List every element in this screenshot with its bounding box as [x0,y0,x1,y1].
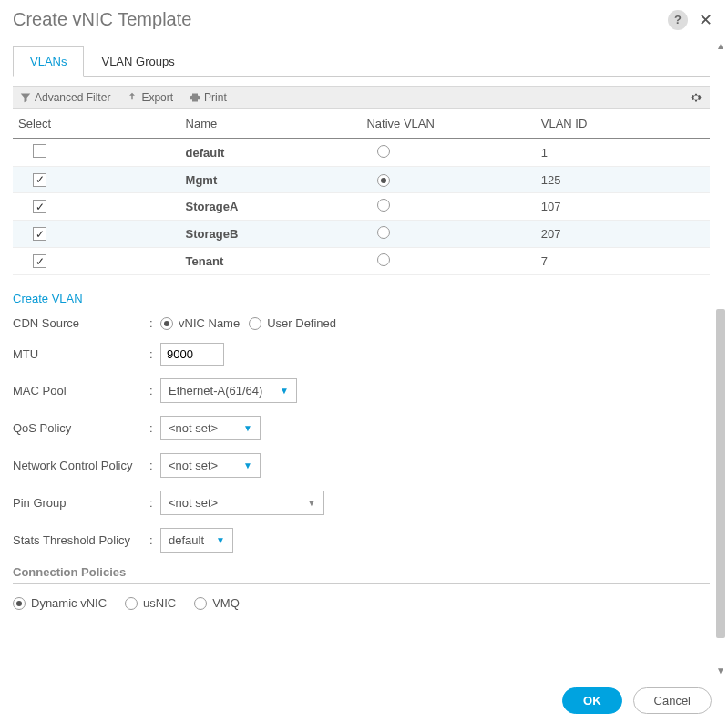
chevron-down-icon: ▼ [216,535,225,545]
radio-icon [194,597,207,610]
conn-usnic-radio[interactable]: usNIC [125,596,176,610]
scroll-track[interactable] [713,53,728,663]
gear-icon[interactable] [690,91,702,104]
qos-label: QoS Policy [13,421,149,435]
select-checkbox[interactable] [33,254,46,268]
vlan-id: 7 [536,248,710,275]
conn-vmq-radio[interactable]: VMQ [194,596,240,610]
help-icon[interactable]: ? [668,10,688,30]
radio-icon [160,317,173,330]
table-row: Tenant7 [13,248,710,275]
close-icon[interactable]: ✕ [695,10,715,30]
netctrl-select[interactable]: <not set> ▼ [160,453,261,478]
chevron-down-icon: ▼ [307,498,316,508]
native-vlan-radio[interactable] [377,199,390,212]
chevron-down-icon: ▼ [243,423,252,433]
vlan-id: 107 [536,193,710,221]
tab-vlans[interactable]: VLANs [13,46,84,77]
scroll-up-icon[interactable]: ▲ [713,38,728,53]
radio-icon [249,317,261,330]
scrollbar[interactable]: ▲ ▼ [713,38,728,677]
cancel-button[interactable]: Cancel [633,687,712,714]
filter-icon [20,92,31,103]
conn-dynamic-radio[interactable]: Dynamic vNIC [13,596,107,610]
table-row: StorageB207 [13,221,710,248]
conn-vmq-label: VMQ [212,596,240,610]
vlan-name: Tenant [180,248,362,275]
mac-pool-label: MAC Pool [13,384,149,398]
conn-usnic-label: usNIC [143,596,176,610]
print-icon [190,92,200,103]
col-select[interactable]: Select [13,109,180,139]
select-checkbox[interactable] [33,144,46,158]
stats-select[interactable]: default ▼ [160,528,233,553]
table-row: Mgmt125 [13,167,710,193]
export-icon [127,92,138,103]
table-row: StorageA107 [13,193,710,221]
pingroup-select[interactable]: <not set> ▼ [160,491,324,515]
cdn-vnicname-radio[interactable]: vNIC Name [160,316,240,330]
radio-icon [13,597,26,610]
qos-select[interactable]: <not set> ▼ [160,416,261,440]
pingroup-label: Pin Group [13,496,149,510]
native-vlan-radio[interactable] [377,253,390,266]
select-checkbox[interactable] [33,173,46,187]
mtu-input[interactable] [160,343,224,366]
export-button[interactable]: Export [127,91,173,104]
radio-icon [125,597,138,610]
col-name[interactable]: Name [180,109,362,139]
create-vlan-link[interactable]: Create VLAN [13,292,83,305]
scroll-thumb[interactable] [716,309,725,638]
stats-value: default [169,533,204,547]
mac-pool-value: Ethernet-A(61/64) [169,384,262,398]
table-toolbar: Advanced Filter Export Print [13,86,710,109]
ok-button[interactable]: OK [562,687,622,714]
vlan-id: 207 [536,221,710,248]
pingroup-value: <not set> [169,496,218,510]
print-button[interactable]: Print [190,91,227,104]
vlan-name: StorageB [180,221,362,248]
qos-value: <not set> [169,421,218,435]
conn-dynamic-label: Dynamic vNIC [31,596,107,610]
vlan-id: 1 [536,139,710,167]
dialog-title: Create vNIC Template [13,9,191,30]
select-checkbox[interactable] [33,227,46,241]
vlan-name: default [180,139,362,167]
cdn-vnicname-label: vNIC Name [179,316,240,330]
col-native[interactable]: Native VLAN [361,109,535,139]
tab-vlan-groups[interactable]: VLAN Groups [84,46,191,77]
cdn-userdef-label: User Defined [267,316,336,330]
advanced-filter-label: Advanced Filter [35,91,110,104]
vlan-table: Select Name Native VLAN VLAN ID default1… [13,109,710,275]
native-vlan-radio[interactable] [377,226,390,239]
table-row: default1 [13,139,710,167]
cdn-userdef-radio[interactable]: User Defined [249,316,336,330]
vlan-id: 125 [536,167,710,193]
select-checkbox[interactable] [33,200,46,213]
cdn-source-label: CDN Source [13,316,149,330]
mtu-label: MTU [13,347,149,361]
stats-label: Stats Threshold Policy [13,533,149,547]
native-vlan-radio[interactable] [377,174,390,187]
scroll-down-icon[interactable]: ▼ [713,663,728,677]
vlan-name: StorageA [180,193,362,221]
vlan-name: Mgmt [180,167,362,193]
export-label: Export [141,91,173,104]
netctrl-value: <not set> [169,459,218,472]
advanced-filter-button[interactable]: Advanced Filter [20,91,110,104]
native-vlan-radio[interactable] [377,145,390,158]
connection-policies-title: Connection Policies [13,565,710,584]
chevron-down-icon: ▼ [280,386,289,396]
col-vlanid[interactable]: VLAN ID [536,109,710,139]
print-label: Print [204,91,227,104]
netctrl-label: Network Control Policy [13,459,149,472]
mac-pool-select[interactable]: Ethernet-A(61/64) ▼ [160,378,297,403]
chevron-down-icon: ▼ [243,460,252,470]
tab-bar: VLANs VLAN Groups [13,46,710,77]
